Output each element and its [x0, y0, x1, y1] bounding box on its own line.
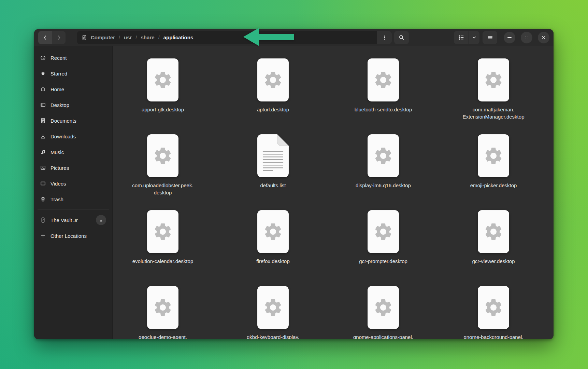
kebab-menu-icon	[382, 35, 387, 40]
file-label: apturl.desktop	[257, 106, 289, 113]
sidebar-item-documents[interactable]: Documents	[37, 113, 110, 128]
breadcrumb-segment-computer[interactable]: Computer	[91, 35, 115, 40]
close-button[interactable]	[538, 32, 549, 43]
list-view-icon	[458, 35, 464, 40]
breadcrumb-segment-share[interactable]: share	[141, 35, 155, 40]
breadcrumb-separator: /	[158, 35, 160, 40]
file-item-gkbd-keyboard-display[interactable]: gkbd-keyboard-display. desktop	[225, 286, 321, 339]
document-icon	[40, 118, 46, 123]
files-window: Computer / usr / share / applications	[34, 29, 554, 339]
eject-button[interactable]	[96, 215, 106, 225]
sidebar-item-downloads[interactable]: Downloads	[37, 129, 110, 144]
file-label: firefox.desktop	[256, 258, 290, 265]
file-label: evolution-calendar.desktop	[132, 258, 193, 265]
back-button[interactable]	[38, 31, 52, 44]
sidebar-item-label: Starred	[51, 71, 67, 77]
file-label: gcr-viewer.desktop	[472, 258, 515, 265]
file-item-gnome-applications-panel[interactable]: gnome-applications-panel. desktop	[335, 286, 431, 339]
gear-file-icon	[147, 134, 179, 178]
sidebar-item-videos[interactable]: Videos	[37, 176, 110, 191]
search-button[interactable]	[394, 31, 409, 44]
view-options-button[interactable]	[469, 31, 479, 44]
sidebar-separator	[38, 209, 109, 209]
gear-file-icon	[367, 210, 399, 254]
sidebar-item-label: Recent	[51, 55, 67, 61]
sidebar-item-recent[interactable]: Recent	[37, 51, 110, 65]
sidebar-item-starred[interactable]: Starred	[37, 66, 110, 81]
sidebar-item-trash[interactable]: Trash	[37, 192, 110, 206]
gear-file-icon	[367, 286, 399, 329]
file-item-gnome-background-panel[interactable]: gnome-background-panel. desktop	[446, 286, 541, 339]
path-menu-button[interactable]	[377, 31, 392, 44]
minimize-icon	[507, 37, 512, 38]
gear-file-icon	[257, 58, 289, 102]
breadcrumb: Computer / usr / share / applications	[82, 35, 193, 40]
file-browser-content: apport-gtk.desktop apturl.desktop blueto…	[113, 46, 554, 339]
file-label: gnome-applications-panel. desktop	[353, 333, 413, 339]
file-item-bluetooth-sendto[interactable]: bluetooth-sendto.desktop	[335, 58, 431, 134]
sidebar-item-music[interactable]: Music	[37, 145, 110, 159]
file-item-firefox[interactable]: firefox.desktop	[225, 210, 321, 286]
sidebar-item-desktop[interactable]: Desktop	[37, 98, 110, 112]
file-label: defaults.list	[260, 182, 286, 189]
path-bar: Computer / usr / share / applications	[77, 31, 392, 44]
sidebar-item-other-locations[interactable]: Other Locations	[37, 229, 110, 243]
view-toggle-split-button	[454, 31, 479, 44]
sidebar-item-label: Downloads	[51, 134, 76, 139]
close-icon	[542, 36, 546, 40]
file-label: com.uploadedlobster.peek. desktop	[132, 182, 193, 196]
file-item-gcr-viewer[interactable]: gcr-viewer.desktop	[446, 210, 541, 286]
window-body: Recent Starred Home	[34, 46, 554, 339]
sidebar-item-pictures[interactable]: Pictures	[37, 161, 110, 175]
file-item-geoclue-demo-agent[interactable]: geoclue-demo-agent. desktop	[115, 286, 211, 339]
picture-icon	[40, 165, 46, 170]
breadcrumb-separator: /	[119, 35, 120, 40]
eject-icon	[99, 218, 103, 222]
file-label: com.mattjakeman. ExtensionManager.deskto…	[463, 106, 525, 120]
gear-file-icon	[257, 286, 289, 329]
file-item-apport-gtk[interactable]: apport-gtk.desktop	[115, 58, 211, 134]
file-item-defaults-list[interactable]: defaults.list	[225, 134, 321, 210]
gear-file-icon	[477, 134, 510, 178]
file-label: gcr-prompter.desktop	[359, 258, 407, 265]
main-menu-button[interactable]	[483, 31, 497, 44]
window-controls	[504, 32, 549, 43]
file-item-gcr-prompter[interactable]: gcr-prompter.desktop	[335, 210, 431, 286]
home-icon	[40, 86, 46, 92]
sidebar-item-label: Home	[51, 86, 64, 92]
file-label: gnome-background-panel. desktop	[463, 333, 523, 339]
gear-file-icon	[367, 134, 399, 178]
hamburger-menu-icon	[487, 35, 493, 40]
gear-file-icon	[147, 286, 179, 329]
file-item-peek[interactable]: com.uploadedlobster.peek. desktop	[115, 134, 211, 210]
breadcrumb-segment-applications[interactable]: applications	[163, 35, 193, 40]
sidebar-item-label: The Vault Jr	[51, 217, 78, 223]
list-view-button[interactable]	[454, 31, 469, 44]
minimize-button[interactable]	[504, 32, 515, 43]
file-item-display-im6[interactable]: display-im6.q16.desktop	[335, 134, 431, 210]
nav-button-group	[38, 31, 66, 44]
gear-file-icon	[477, 58, 510, 102]
file-item-evolution-calendar[interactable]: evolution-calendar.desktop	[115, 210, 211, 286]
maximize-icon	[525, 36, 528, 39]
file-label: geoclue-demo-agent. desktop	[139, 333, 187, 339]
file-item-extension-manager[interactable]: com.mattjakeman. ExtensionManager.deskto…	[446, 58, 541, 134]
breadcrumb-segment-usr[interactable]: usr	[124, 35, 132, 40]
chevron-left-icon	[42, 35, 48, 40]
desktop-background: Computer / usr / share / applications	[0, 0, 588, 369]
sidebar-item-label: Videos	[51, 181, 66, 187]
file-label: apport-gtk.desktop	[142, 106, 184, 113]
plus-icon	[40, 233, 46, 238]
sidebar-item-the-vault-jr[interactable]: The Vault Jr	[37, 213, 110, 227]
file-item-apturl[interactable]: apturl.desktop	[225, 58, 321, 134]
sidebar-item-home[interactable]: Home	[37, 82, 110, 96]
gear-file-icon	[367, 58, 399, 102]
gear-file-icon	[477, 286, 510, 329]
maximize-button[interactable]	[521, 32, 532, 43]
forward-button[interactable]	[52, 31, 66, 44]
usb-drive-icon	[40, 217, 46, 223]
file-item-emoji-picker[interactable]: emoji-picker.desktop	[446, 134, 541, 210]
breadcrumb-separator: /	[135, 35, 137, 40]
film-icon	[40, 181, 46, 186]
sidebar: Recent Starred Home	[34, 46, 113, 339]
